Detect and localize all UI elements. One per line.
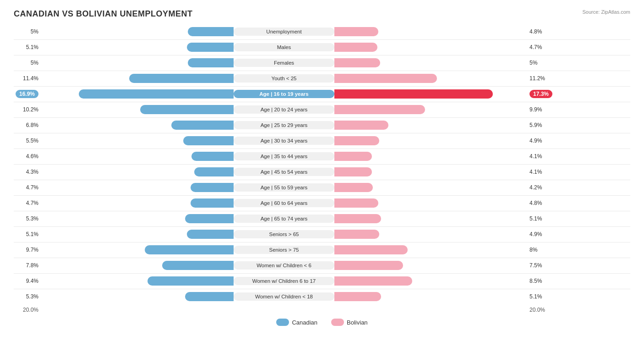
right-bar-container [334,292,527,301]
canadian-bar [147,276,234,286]
bolivian-bar [334,183,373,192]
bolivian-bar [334,167,372,176]
canadian-label: Canadian [292,319,317,326]
left-bar-container [41,27,234,36]
left-value: 4.6% [14,153,41,160]
chart-row: 4.6% Age | 35 to 44 years 4.1% [14,150,630,163]
row-label: Age | 30 to 34 years [234,137,334,145]
left-bar-container [41,74,234,83]
chart-area: 5% Unemployment 4.8% 5.1% Males 4.7% 5% [14,25,630,303]
canadian-bar [187,230,234,239]
row-divider [14,55,630,55]
row-divider [14,133,630,133]
row-label: Age | 65 to 74 years [234,215,334,223]
left-bar-container [41,183,234,192]
right-value: 4.9% [527,231,554,237]
right-value: 11.2% [527,75,554,82]
left-value: 10.2% [14,106,41,113]
canadian-bar [188,27,234,36]
row-label: Women w/ Children < 6 [234,261,334,270]
right-value: 5.9% [527,122,554,128]
canadian-bar [79,89,234,99]
chart-row: 6.8% Age | 25 to 29 years 5.9% [14,119,630,132]
left-bar-container [41,136,234,145]
left-value: 7.8% [14,262,41,269]
row-label: Age | 20 to 24 years [234,105,334,114]
left-bar-container [41,292,234,301]
left-value: 6.8% [14,122,41,128]
right-bar-container [334,230,527,239]
row-label: Males [234,43,334,51]
row-label: Seniors > 65 [234,230,334,238]
chart-row: 4.3% Age | 45 to 54 years 4.1% [14,165,630,178]
canadian-bar [191,152,234,161]
bolivian-bar [334,276,412,286]
axis-row: 20.0% 20.0% [14,307,630,313]
chart-row: 9.7% Seniors > 75 8% [14,243,630,256]
bolivian-bar [334,105,425,114]
right-bar-container [334,43,527,52]
right-value: 17.3% [527,91,554,97]
legend-canadian: Canadian [276,319,317,326]
canadian-bar [185,214,234,223]
chart-row: 5.5% Age | 30 to 34 years 4.9% [14,134,630,147]
left-bar-container [41,230,234,239]
right-bar-container [334,198,527,208]
source-text: Source: ZipAtlas.com [582,9,630,15]
row-label: Women w/ Children < 18 [234,292,334,301]
chart-row: 5.1% Seniors > 65 4.9% [14,228,630,241]
bolivian-bar [334,89,493,99]
chart-row: 7.8% Women w/ Children < 6 7.5% [14,259,630,272]
chart-row: 5% Females 5% [14,56,630,69]
chart-row: 16.9% Age | 16 to 19 years 17.3% [14,88,630,100]
chart-row: 9.4% Women w/ Children 6 to 17 8.5% [14,275,630,287]
row-divider [14,86,630,87]
axis-left-label: 20.0% [14,307,41,313]
left-bar-container [41,245,234,254]
canadian-bar [140,105,234,114]
right-value: 8% [527,247,554,253]
right-value: 7.5% [527,262,554,269]
left-bar-container [41,214,234,223]
row-divider [14,226,630,227]
bolivian-bar [334,152,372,161]
canadian-bar [145,245,234,254]
bolivian-bar [334,27,378,36]
chart-row: 4.7% Age | 60 to 64 years 4.8% [14,197,630,209]
right-bar-container [334,121,527,130]
left-bar-container [41,261,234,270]
canadian-bar [187,43,234,52]
right-value: 4.7% [527,44,554,50]
axis-right-label: 20.0% [527,307,554,313]
right-value: 4.8% [527,200,554,206]
bolivian-bar [334,74,437,83]
left-bar-container [41,152,234,161]
bolivian-bar [334,43,377,52]
left-value: 5.1% [14,231,41,237]
right-value: 4.1% [527,153,554,160]
row-label: Age | 35 to 44 years [234,152,334,160]
chart-row: 5% Unemployment 4.8% [14,25,630,38]
bolivian-bar [334,121,388,130]
chart-title: CANADIAN VS BOLIVIAN UNEMPLOYMENT [14,9,630,19]
bolivian-bar [334,245,408,254]
chart-row: 10.2% Age | 20 to 24 years 9.9% [14,103,630,116]
chart-row: 5.3% Women w/ Children < 18 5.1% [14,290,630,303]
right-bar-container [334,261,527,270]
row-divider [14,180,630,180]
left-value: 9.7% [14,247,41,253]
right-bar-container [334,136,527,145]
canadian-bar [162,261,234,270]
row-divider [14,273,630,274]
right-value: 5.1% [527,293,554,300]
left-bar-container [41,43,234,52]
chart-row: 11.4% Youth < 25 11.2% [14,72,630,85]
chart-row: 5.3% Age | 65 to 74 years 5.1% [14,212,630,225]
canadian-bar [185,292,234,301]
row-label: Seniors > 75 [234,246,334,254]
right-value: 9.9% [527,106,554,113]
right-bar-container [334,27,527,36]
canadian-bar [171,121,234,130]
chart-container: CANADIAN VS BOLIVIAN UNEMPLOYMENT Source… [0,0,644,347]
left-value: 5.3% [14,293,41,300]
